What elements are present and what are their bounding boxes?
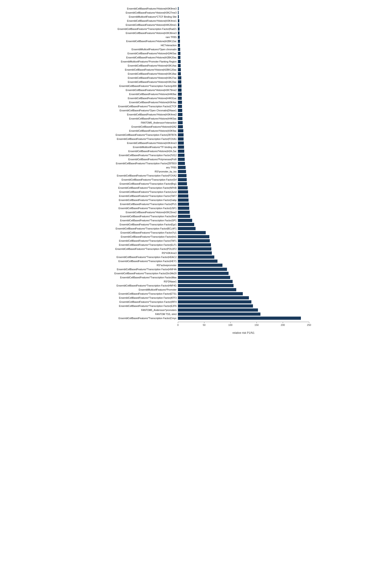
bar-fill [178,203,189,206]
bar-row: EnsemblCellBasedFeatures*Transcription F… [83,231,309,234]
bar-row: EnsemblCellBasedFeatures*Transcription F… [83,190,309,194]
bar-row: EnsemblCellBasedFeatures*Transcription F… [83,276,309,279]
bar-track [178,60,309,63]
bar-row: EnsemblCellBasedFeatures*Transcription F… [83,247,309,251]
bar-label: EnsemblCellBasedFeatures*Transcription F… [83,105,178,108]
x-tick-line [256,322,257,323]
bar-track [178,288,309,291]
bar-track [178,317,309,320]
bar-label: FANTOM5_Andersson*interaction [83,121,178,124]
bar-label: EnsemblCellBasedFeatures*Transcription F… [83,284,178,287]
bar-track [178,76,309,79]
bar-fill [178,48,180,51]
bar-label: EnsemblCellBasedFeatures*Histone|H3K18ac [83,73,178,75]
bar-label: EnsemblCellBasedFeatures*Histone|H3K23ac [83,81,178,83]
bar-track [178,35,309,39]
bar-row: EnsemblCellBasedFeatures*Transcription F… [83,271,309,275]
bar-track [178,125,309,128]
x-tick-line [178,322,178,323]
bar-track [178,296,309,299]
bar-label: EnsemblCellBasedFeatures*Histone|H2AZ [83,125,178,128]
bar-fill [178,296,249,299]
bar-track [178,280,309,283]
bar-row: EnsemblCellBasedFeatures*Histone|H2AZ [83,125,309,129]
bar-label: RS*promoter_by_tss [83,170,178,173]
x-tick-label: 0 [177,324,179,326]
bar-row: EnsemblCellBasedFeatures*Histone|H3K36me… [83,31,309,35]
chart-area: EnsemblCellBasedFeatures*Histone|H3K9me3… [83,7,309,320]
bar-row: EnsemblCellBasedFeatures*Transcription F… [83,259,309,263]
bar-label: EnsemblMulticellFeatures*Promoter Flanki… [83,60,178,63]
bar-track [178,101,309,104]
bar-row: EnsemblCellBasedFeatures*Histone|H3K14ac [83,64,309,67]
bar-fill [178,260,217,263]
bar-label: EnsemblCellBasedFeatures*Histone|H3K4me2 [83,113,178,116]
bar-label: EnsemblCellBasedFeatures*Transcription F… [83,191,178,193]
bar-fill [178,255,214,259]
chart-container: EnsemblCellBasedFeatures*Histone|H3K9me3… [83,7,309,334]
bar-row: EnsemblCellBasedFeatures*Histone|H3K18ac [83,72,309,75]
bar-label: EnsemblCellBasedFeatures*Histone|H2AK5ac [83,52,178,55]
bar-track [178,223,309,226]
bar-fill [178,231,206,234]
bar-fill [178,219,192,222]
bar-track [178,27,309,30]
bar-track [178,146,309,149]
bar-row: EnsemblCellBasedFeatures*Transcription F… [83,243,309,247]
bar-fill [178,308,258,312]
bar-label: EnsemblCellBasedFeatures*Histone|H4K91ac [83,97,178,100]
bar-fill [178,121,183,124]
bar-fill [178,80,181,84]
bar-row: EnsemblCellBasedFeatures*Histone|H3K9me3 [83,7,309,10]
bar-track [178,105,309,108]
bar-track [178,92,309,96]
bar-row: EnsemblCellBasedFeatures*Transcription F… [83,153,309,157]
bar-label: EnsemblCellBasedFeatures*Transcription F… [83,256,178,258]
bar-label: EnsemblCellBasedFeatures*Transcription F… [83,231,178,234]
bar-label: EnsemblCellBasedFeatures*Transcription F… [83,28,178,30]
bar-label: EnsemblCellBasedFeatures*Histone|H3K14ac [83,64,178,67]
bar-track [178,198,309,202]
bar-track [178,247,309,251]
bar-track [178,272,309,275]
bar-row: EnsemblCellBasedFeatures*Transcription F… [83,186,309,190]
bar-track [178,190,309,194]
bar-track [178,52,309,55]
bar-track [178,255,309,259]
bar-track [178,300,309,303]
bar-label: EnsemblCellBasedFeatures*Transcription F… [83,154,178,157]
bar-label: EnsemblCellBasedFeatures*Histone|H4K5ac [83,117,178,120]
bar-row: RS*H3K4me3 [83,251,309,255]
bar-label: RS*H3K4me3 [83,252,178,254]
bar-fill [178,235,209,238]
bar-fill [178,117,182,120]
bar-row: EnsemblCellBasedFeatures*Polymerase|PolI… [83,158,309,161]
bar-label: EnsemblCellBasedFeatures*Transcription F… [83,174,178,177]
bar-track [178,149,309,153]
bar-row: EnsemblCellBasedFeatures*Transcription F… [83,227,309,230]
bar-label: EnsemblCellBasedFeatures*Transcription F… [83,194,178,197]
bar-row: RS*promoter_by_tss [83,170,309,173]
bar-track [178,231,309,234]
bar-track [178,44,309,47]
bar-label: EnsemblCellBasedFeatures*Transcription F… [83,182,178,185]
bar-track [178,170,309,173]
bar-label: EnsemblCellBasedFeatures*Transcription F… [83,297,178,299]
bar-fill [178,154,184,157]
x-tick: 100 [228,322,232,326]
bar-fill [178,207,189,210]
bar-fill [178,292,243,295]
bar-row: EnsemblMulticellFeatures*TF binding site [83,145,309,149]
bar-label: EnsemblCellBasedFeatures*Transcription F… [83,272,178,275]
bar-track [178,268,309,271]
bar-fill [178,101,182,104]
bar-label: EnsemblCellBasedFeatures*Transcription F… [83,239,178,242]
bar-label: EnsemblCellBasedFeatures*Transcription F… [83,203,178,206]
bar-label: EnsemblCellBasedFeatures*Histone|H3K9ac [83,129,178,132]
bar-fill [178,109,182,112]
bar-fill [178,146,184,149]
bar-row: EnsemblCellBasedFeatures*Transcription F… [83,219,309,222]
bar-label: EnsemblMulticellFeatures*CTCF Binding Si… [83,15,178,18]
bar-row: RS*DNase1 [83,280,309,283]
bar-fill [178,211,190,214]
